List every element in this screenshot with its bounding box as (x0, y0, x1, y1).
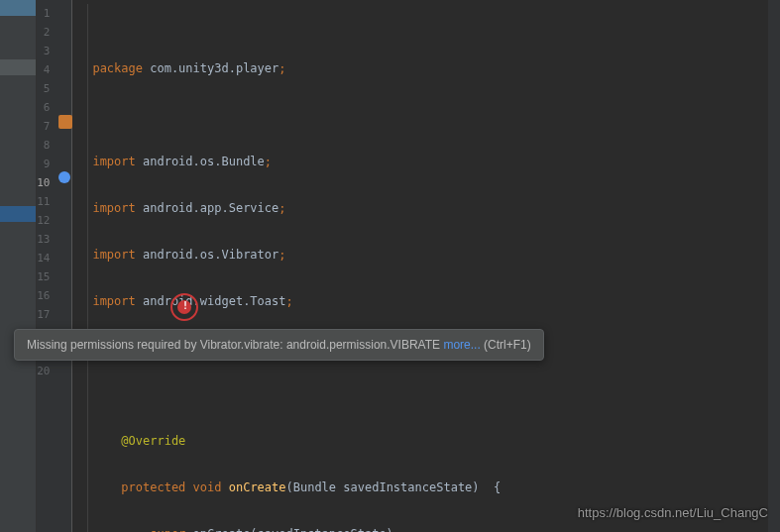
line-number: 13 (37, 230, 71, 249)
code-line[interactable]: super.onCreate(savedInstanceState); (72, 525, 780, 532)
line-number: 9 (37, 155, 71, 173)
indent-guide (87, 4, 88, 532)
line-number: 5 (37, 79, 71, 98)
line-number: 14 (37, 249, 71, 267)
code-editor[interactable]: package com.unity3d.player; import andro… (72, 0, 780, 532)
line-number: 8 (37, 136, 71, 155)
line-number: 7 (37, 117, 71, 136)
line-number: 11 (37, 192, 71, 211)
scrollbar[interactable] (768, 0, 780, 532)
code-line[interactable] (72, 385, 780, 404)
code-line[interactable]: import android.os.Vibrator; (72, 246, 780, 265)
sidebar-tab-active[interactable] (0, 0, 36, 16)
line-number: 10 (37, 173, 71, 192)
line-number: 20 (37, 362, 71, 380)
error-bulb-icon[interactable] (177, 300, 191, 314)
code-line[interactable]: package com.unity3d.player; (72, 59, 780, 78)
line-number: 4 (37, 60, 71, 79)
line-number: 17 (37, 305, 71, 324)
code-line[interactable]: import android.app.Service; (72, 199, 780, 218)
project-sidebar[interactable] (0, 0, 37, 532)
line-number: 2 (37, 23, 71, 42)
watermark-text: https://blog.csdn.net/Liu_ChangC (578, 505, 768, 520)
code-line[interactable]: protected void onCreate(Bundle savedInst… (72, 479, 780, 497)
tooltip-message: Missing permissions required by Vibrator… (27, 338, 443, 352)
tooltip-shortcut: (Ctrl+F1) (481, 338, 531, 352)
line-number: 16 (37, 286, 71, 305)
line-number: 3 (37, 42, 71, 60)
code-line[interactable] (72, 106, 780, 125)
inspection-tooltip[interactable]: Missing permissions required by Vibrator… (14, 329, 544, 361)
sidebar-tab-selected[interactable] (0, 206, 36, 222)
tooltip-more-link[interactable]: more... (443, 338, 480, 352)
code-line[interactable]: import android.os.Bundle; (72, 153, 780, 171)
line-number: 6 (37, 98, 71, 117)
line-number: 1 (37, 4, 71, 23)
line-number: 12 (37, 211, 71, 230)
line-gutter: 1 2 3 4 5 6 7 8 9 10 11 12 13 14 15 16 1… (37, 0, 72, 532)
sidebar-tab[interactable] (0, 59, 36, 75)
editor-root: 1 2 3 4 5 6 7 8 9 10 11 12 13 14 15 16 1… (0, 0, 780, 532)
line-number: 15 (37, 267, 71, 286)
code-line[interactable]: @Override (72, 432, 780, 451)
